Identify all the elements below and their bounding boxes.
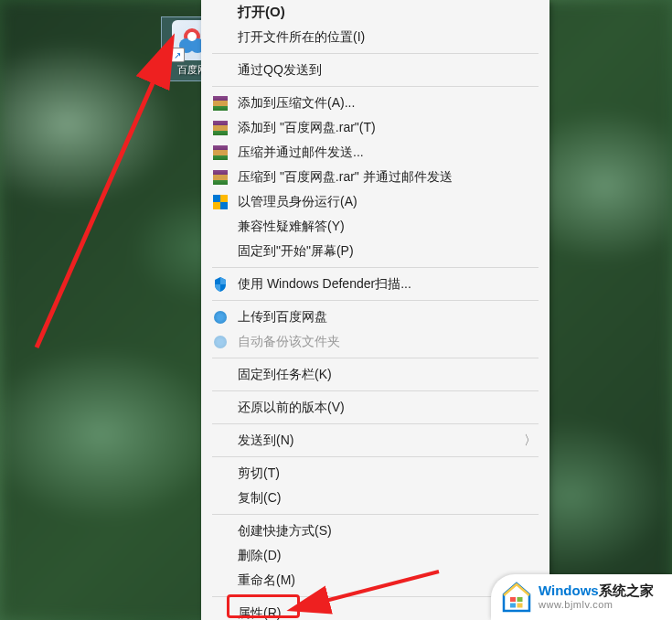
menu-compress-rar-email-label: 压缩到 "百度网盘.rar" 并通过邮件发送 <box>238 169 453 186</box>
menu-restore-previous[interactable]: 还原以前的版本(V) <box>201 395 549 420</box>
shortcut-overlay-icon: ↗ <box>170 48 185 62</box>
menu-restore-previous-label: 还原以前的版本(V) <box>238 400 345 416</box>
menu-auto-backup-label: 自动备份该文件夹 <box>238 334 340 350</box>
menu-compat-troubleshoot-label: 兼容性疑难解答(Y) <box>238 219 345 235</box>
menu-add-to-rar-label: 添加到 "百度网盘.rar"(T) <box>238 120 376 136</box>
menu-compress-email-label: 压缩并通过邮件发送... <box>238 144 364 161</box>
menu-compress-email[interactable]: 压缩并通过邮件发送... <box>201 140 549 165</box>
menu-auto-backup: 自动备份该文件夹 <box>201 329 549 354</box>
menu-pin-to-start-label: 固定到"开始"屏幕(P) <box>238 243 354 260</box>
menu-add-to-archive[interactable]: 添加到压缩文件(A)... <box>201 91 549 115</box>
menu-separator <box>212 267 539 268</box>
menu-separator <box>212 358 539 358</box>
watermark-brand-cn: 系统之家 <box>599 583 654 598</box>
watermark-url: www.bjmlv.com <box>539 599 654 611</box>
menu-create-shortcut-label: 创建快捷方式(S) <box>238 523 332 540</box>
menu-pin-to-taskbar[interactable]: 固定到任务栏(K) <box>201 362 549 387</box>
menu-qq-send[interactable]: 通过QQ发送到 <box>201 58 549 82</box>
winrar-icon <box>212 120 229 136</box>
menu-send-to[interactable]: 发送到(N) 〉 <box>201 428 549 453</box>
menu-copy[interactable]: 复制(C) <box>201 486 549 510</box>
menu-upload-baidu-label: 上传到百度网盘 <box>238 309 327 326</box>
menu-qq-send-label: 通过QQ发送到 <box>238 62 322 79</box>
menu-run-as-admin-label: 以管理员身份运行(A) <box>238 194 357 210</box>
menu-rename-label: 重命名(M) <box>238 572 295 589</box>
winrar-icon <box>212 95 229 112</box>
context-menu: 打开(O) 打开文件所在的位置(I) 通过QQ发送到 添加到压缩文件(A)...… <box>201 0 549 620</box>
menu-run-as-admin[interactable]: 以管理员身份运行(A) <box>201 189 549 214</box>
menu-open-label: 打开(O) <box>238 4 285 21</box>
svg-rect-7 <box>517 597 523 602</box>
menu-delete[interactable]: 删除(D) <box>201 543 549 568</box>
menu-separator <box>212 300 539 301</box>
chevron-right-icon: 〉 <box>524 433 537 449</box>
menu-open-file-location[interactable]: 打开文件所在的位置(I) <box>201 25 549 49</box>
svg-rect-9 <box>517 604 523 608</box>
baidu-cloud-icon <box>212 334 229 350</box>
menu-open-file-location-label: 打开文件所在的位置(I) <box>238 29 365 46</box>
menu-defender-scan[interactable]: 使用 Windows Defender扫描... <box>201 272 549 296</box>
menu-add-to-archive-label: 添加到压缩文件(A)... <box>238 95 355 112</box>
menu-compress-rar-email[interactable]: 压缩到 "百度网盘.rar" 并通过邮件发送 <box>201 165 549 189</box>
menu-separator <box>212 86 539 87</box>
menu-separator <box>212 423 539 424</box>
menu-cut-label: 剪切(T) <box>238 465 280 482</box>
baidu-cloud-icon <box>212 309 229 326</box>
winrar-icon <box>212 169 229 186</box>
defender-shield-icon <box>212 276 229 293</box>
uac-shield-icon <box>212 194 229 210</box>
windows-house-icon <box>500 581 533 614</box>
menu-separator <box>212 390 539 391</box>
menu-pin-to-start[interactable]: 固定到"开始"屏幕(P) <box>201 239 549 263</box>
svg-rect-8 <box>510 604 516 608</box>
menu-create-shortcut[interactable]: 创建快捷方式(S) <box>201 518 549 543</box>
menu-pin-to-taskbar-label: 固定到任务栏(K) <box>238 367 332 383</box>
menu-delete-label: 删除(D) <box>238 548 281 564</box>
menu-upload-baidu[interactable]: 上传到百度网盘 <box>201 305 549 329</box>
svg-point-3 <box>187 32 197 41</box>
menu-cut[interactable]: 剪切(T) <box>201 461 549 486</box>
menu-separator <box>212 596 539 597</box>
menu-defender-scan-label: 使用 Windows Defender扫描... <box>238 276 411 293</box>
winrar-icon <box>212 144 229 161</box>
watermark-badge: Windows系统之家 www.bjmlv.com <box>491 574 672 620</box>
menu-send-to-label: 发送到(N) <box>238 433 293 449</box>
svg-rect-6 <box>510 597 516 602</box>
menu-compat-troubleshoot[interactable]: 兼容性疑难解答(Y) <box>201 214 549 239</box>
watermark-brand-en: Windows <box>539 583 599 598</box>
menu-add-to-rar[interactable]: 添加到 "百度网盘.rar"(T) <box>201 115 549 140</box>
menu-separator <box>212 456 539 457</box>
menu-separator <box>212 514 539 515</box>
menu-separator <box>212 53 539 54</box>
menu-properties-label: 属性(R) <box>238 605 281 621</box>
watermark-text: Windows系统之家 www.bjmlv.com <box>539 583 654 611</box>
menu-copy-label: 复制(C) <box>238 490 281 507</box>
menu-open[interactable]: 打开(O) <box>201 0 549 25</box>
